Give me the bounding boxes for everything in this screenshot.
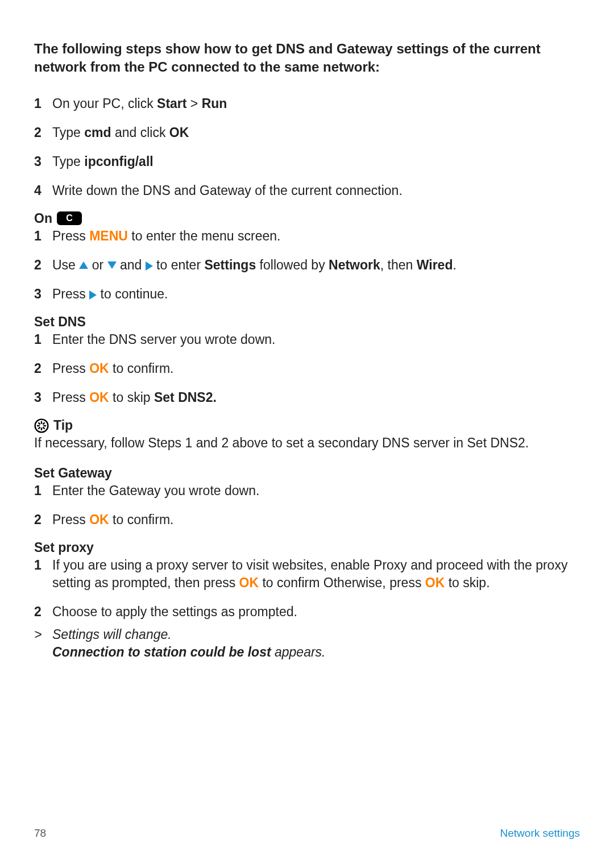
bold: Run bbox=[202, 96, 227, 111]
result-marker: > bbox=[34, 626, 42, 643]
tip-label: Tip bbox=[53, 418, 73, 433]
bold: ipconfig/all bbox=[84, 154, 153, 169]
bold: OK bbox=[169, 125, 189, 140]
text: and click bbox=[111, 125, 169, 140]
ok-label: OK bbox=[425, 575, 445, 590]
text: Press bbox=[52, 512, 89, 527]
dns-step-2: Press OK to confirm. bbox=[34, 360, 580, 377]
svg-line-5 bbox=[39, 423, 40, 424]
dns-steps-list: Enter the DNS server you wrote down. Pre… bbox=[34, 331, 580, 406]
arrow-down-icon bbox=[107, 261, 117, 269]
bold: Settings bbox=[204, 258, 256, 272]
text: to confirm. bbox=[109, 512, 174, 527]
proxy-step-1: If you are using a proxy server to visit… bbox=[34, 556, 580, 592]
proxy-steps-list: If you are using a proxy server to visit… bbox=[34, 556, 580, 621]
pc-steps-list: On your PC, click Start > Run Type cmd a… bbox=[34, 95, 580, 200]
text: and bbox=[117, 258, 146, 272]
gw-step-2: Press OK to confirm. bbox=[34, 511, 580, 529]
text: Type bbox=[52, 154, 84, 169]
text: Press bbox=[52, 390, 89, 405]
text: Use bbox=[52, 258, 79, 272]
text: Choose to apply the settings as prompted… bbox=[52, 604, 297, 619]
text: to enter the menu screen. bbox=[128, 229, 281, 243]
text: followed by bbox=[256, 258, 329, 272]
result-note: > Settings will change. Connection to st… bbox=[34, 626, 580, 661]
bold: cmd bbox=[84, 125, 111, 140]
tip-body: If necessary, follow Steps 1 and 2 above… bbox=[34, 434, 580, 452]
text: to continue. bbox=[97, 286, 168, 301]
gw-step-1: Enter the Gateway you wrote down. bbox=[34, 482, 580, 500]
text: . bbox=[453, 258, 456, 272]
text: > bbox=[186, 96, 201, 111]
text: Press bbox=[52, 286, 89, 301]
text: Press bbox=[52, 229, 89, 243]
set-gateway-heading: Set Gateway bbox=[34, 466, 580, 481]
device-step-1: Press MENU to enter the menu screen. bbox=[34, 227, 580, 245]
tip-icon bbox=[34, 418, 49, 433]
arrow-right-icon bbox=[89, 290, 97, 300]
page-number: 78 bbox=[34, 827, 46, 840]
text: Enter the DNS server you wrote down. bbox=[52, 332, 275, 347]
device-step-2: Use or and to enter Settings followed by… bbox=[34, 256, 580, 274]
tip-heading: Tip bbox=[34, 418, 580, 433]
device-steps-list: Press MENU to enter the menu screen. Use… bbox=[34, 227, 580, 303]
menu-label: MENU bbox=[89, 229, 128, 243]
proxy-step-2: Choose to apply the settings as prompted… bbox=[34, 603, 580, 621]
ok-label: OK bbox=[89, 390, 109, 405]
svg-line-7 bbox=[43, 423, 44, 424]
set-proxy-heading: Set proxy bbox=[34, 540, 580, 555]
pc-step-2: Type cmd and click OK bbox=[34, 124, 580, 142]
dns-step-1: Enter the DNS server you wrote down. bbox=[34, 331, 580, 348]
gateway-steps-list: Enter the Gateway you wrote down. Press … bbox=[34, 482, 580, 529]
text: , then bbox=[380, 258, 417, 272]
dns-step-3: Press OK to skip Set DNS2. bbox=[34, 389, 580, 406]
result-line-2-bold: Connection to station could be lost bbox=[52, 645, 271, 659]
ok-label: OK bbox=[239, 575, 259, 590]
bold: Set DNS2. bbox=[154, 390, 217, 405]
text: Type bbox=[52, 125, 84, 140]
bold: Wired bbox=[417, 258, 453, 272]
intro-paragraph: The following steps show how to get DNS … bbox=[34, 40, 580, 77]
text: to enter bbox=[153, 258, 205, 272]
svg-line-6 bbox=[43, 427, 44, 429]
pc-step-1: On your PC, click Start > Run bbox=[34, 95, 580, 113]
set-dns-heading: Set DNS bbox=[34, 314, 580, 330]
text: to confirm. bbox=[109, 361, 174, 376]
page: The following steps show how to get DNS … bbox=[0, 0, 614, 868]
pc-step-4: Write down the DNS and Gateway of the cu… bbox=[34, 182, 580, 200]
text: to skip. bbox=[445, 575, 489, 590]
text: to skip bbox=[109, 390, 154, 405]
bold: Start bbox=[157, 96, 186, 111]
arrow-right-icon bbox=[146, 261, 153, 271]
arrow-up-icon bbox=[79, 261, 88, 269]
text: On your PC, click bbox=[52, 96, 157, 111]
text: Enter the Gateway you wrote down. bbox=[52, 483, 259, 498]
bold: Network bbox=[329, 258, 380, 272]
svg-line-8 bbox=[39, 427, 40, 429]
result-line-1: Settings will change. bbox=[52, 627, 172, 642]
ok-label: OK bbox=[89, 512, 109, 527]
device-c-badge-icon: C bbox=[57, 211, 82, 225]
text: to confirm Otherwise, press bbox=[259, 575, 425, 590]
page-footer: 78 Network settings bbox=[34, 827, 580, 840]
on-device-heading: On C bbox=[34, 211, 580, 226]
text: or bbox=[88, 258, 107, 272]
device-step-3: Press to continue. bbox=[34, 285, 580, 303]
result-line-2-post: appears. bbox=[271, 645, 326, 659]
text: Write down the DNS and Gateway of the cu… bbox=[52, 183, 403, 198]
pc-step-3: Type ipconfig/all bbox=[34, 153, 580, 171]
section-name: Network settings bbox=[500, 827, 580, 840]
ok-label: OK bbox=[89, 361, 109, 376]
on-label: On bbox=[34, 211, 52, 226]
text: Press bbox=[52, 361, 89, 376]
